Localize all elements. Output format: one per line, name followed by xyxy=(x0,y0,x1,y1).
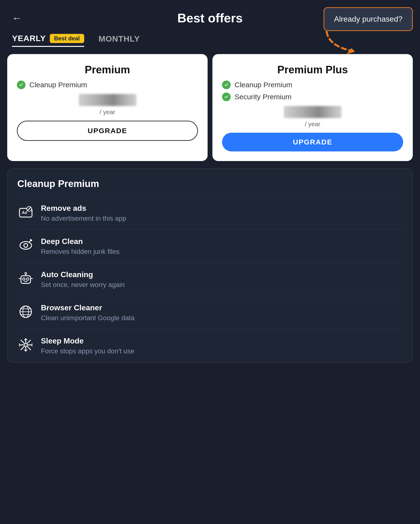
robot-icon xyxy=(17,270,34,287)
price-blur-premium-plus xyxy=(284,106,342,118)
upgrade-button-premium-plus[interactable]: UPGRADE xyxy=(222,133,403,151)
svg-marker-0 xyxy=(347,48,355,54)
plan-premium-plus-feature-0: Cleanup Premium xyxy=(222,80,403,89)
price-per-year-premium-plus: / year xyxy=(305,120,321,128)
feature-item-remove-ads: Ad Remove ads No advertisement in this a… xyxy=(17,196,403,229)
plan-premium-name: Premium xyxy=(17,64,198,76)
feature-info-sleep-mode: Sleep Mode Force stops apps you don't us… xyxy=(41,337,134,355)
tab-monthly[interactable]: MONTHLY xyxy=(99,34,140,46)
best-deal-badge: Best deal xyxy=(50,34,84,43)
price-blur-premium xyxy=(79,94,136,106)
svg-point-17 xyxy=(25,272,27,274)
price-per-year-premium: / year xyxy=(99,108,115,116)
plan-premium-plus-name: Premium Plus xyxy=(222,64,403,76)
page-title: Best offers xyxy=(177,11,243,25)
upgrade-button-premium[interactable]: UPGRADE xyxy=(17,121,198,141)
svg-text:Ad: Ad xyxy=(22,210,27,215)
svg-point-6 xyxy=(20,242,32,249)
feature-item-auto-cleaning: Auto Cleaning Set once, never worry agai… xyxy=(17,263,403,296)
plans-container: Premium Cleanup Premium / year UPGRADE P… xyxy=(0,54,420,161)
eye-plus-icon xyxy=(17,237,34,254)
feature-desc-browser-cleaner: Clean unimportant Google data xyxy=(41,314,134,322)
plan-premium-features: Cleanup Premium xyxy=(17,80,198,89)
feature-item-sleep-mode: Sleep Mode Force stops apps you don't us… xyxy=(17,329,403,362)
plan-premium: Premium Cleanup Premium / year UPGRADE xyxy=(7,54,208,161)
feature-info-browser-cleaner: Browser Cleaner Clean unimportant Google… xyxy=(41,303,134,322)
feature-item-deep-clean: Deep Clean Removes hidden junk files xyxy=(17,229,403,263)
svg-point-14 xyxy=(27,278,29,280)
features-section: Cleanup Premium Ad Remove ads No adverti… xyxy=(7,168,413,363)
feature-name-browser-cleaner: Browser Cleaner xyxy=(41,303,134,312)
check-icon-0 xyxy=(17,80,26,89)
plan-premium-plus-feature-text-0: Cleanup Premium xyxy=(234,81,292,89)
plan-premium-feature-0: Cleanup Premium xyxy=(17,80,198,89)
feature-info-remove-ads: Remove ads No advertisement in this app xyxy=(41,204,126,222)
features-section-title: Cleanup Premium xyxy=(17,178,403,189)
globe-icon xyxy=(17,303,34,320)
feature-info-auto-cleaning: Auto Cleaning Set once, never worry agai… xyxy=(41,270,125,289)
svg-point-29 xyxy=(24,343,27,346)
plan-premium-plus-feature-text-1: Security Premium xyxy=(234,93,292,101)
back-button[interactable]: ← xyxy=(12,13,22,24)
feature-name-auto-cleaning: Auto Cleaning xyxy=(41,270,125,279)
feature-desc-deep-clean: Removes hidden junk files xyxy=(41,248,120,255)
feature-desc-sleep-mode: Force stops apps you don't use xyxy=(41,347,134,355)
already-purchased-tooltip[interactable]: Already purchased? xyxy=(323,7,413,31)
svg-point-7 xyxy=(24,244,28,247)
feature-name-sleep-mode: Sleep Mode xyxy=(41,337,134,345)
check-icon-pp-1 xyxy=(222,93,231,101)
feature-name-deep-clean: Deep Clean xyxy=(41,237,120,246)
plan-premium-feature-text-0: Cleanup Premium xyxy=(29,81,87,89)
tab-yearly[interactable]: YEARLY Best deal xyxy=(12,34,84,47)
feature-desc-auto-cleaning: Set once, never worry again xyxy=(41,281,125,289)
check-icon-pp-0 xyxy=(222,80,231,89)
feature-item-browser-cleaner: Browser Cleaner Clean unimportant Google… xyxy=(17,296,403,329)
billing-tabs: YEARLY Best deal MONTHLY xyxy=(0,34,420,47)
svg-point-13 xyxy=(23,278,25,280)
plan-premium-plus-feature-1: Security Premium xyxy=(222,93,403,101)
feature-desc-remove-ads: No advertisement in this app xyxy=(41,215,126,222)
tab-yearly-label: YEARLY xyxy=(12,34,46,43)
plan-premium-plus-price: / year xyxy=(222,106,403,128)
feature-info-deep-clean: Deep Clean Removes hidden junk files xyxy=(41,237,120,255)
feature-name-remove-ads: Remove ads xyxy=(41,204,126,213)
plan-premium-price: / year xyxy=(17,94,198,116)
plan-premium-plus-features: Cleanup Premium Security Premium xyxy=(222,80,403,101)
snowflake-icon xyxy=(17,337,34,353)
tab-monthly-label: MONTHLY xyxy=(99,34,140,44)
ad-icon: Ad xyxy=(17,204,34,221)
plan-premium-plus: Premium Plus Cleanup Premium Security Pr… xyxy=(212,54,413,161)
